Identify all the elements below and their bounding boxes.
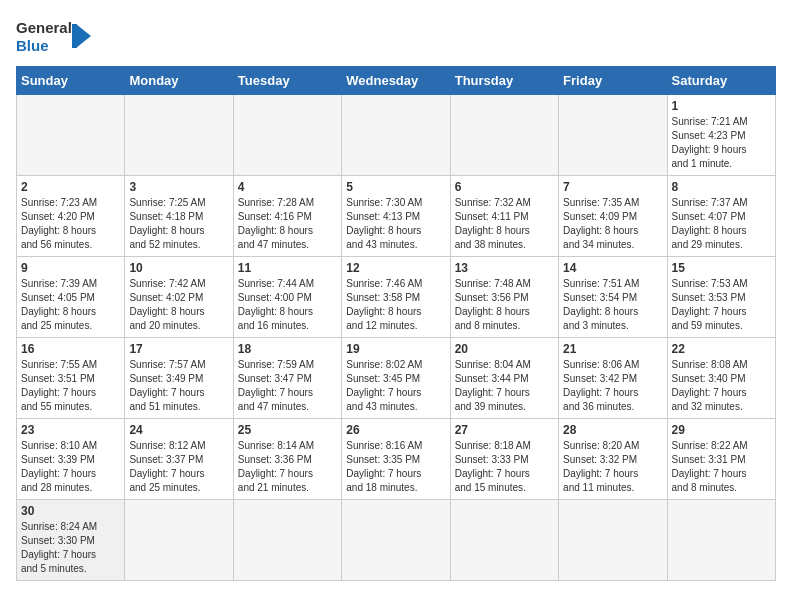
- day-info: Sunrise: 7:53 AM Sunset: 3:53 PM Dayligh…: [672, 277, 771, 333]
- day-number: 3: [129, 180, 228, 194]
- day-info: Sunrise: 7:23 AM Sunset: 4:20 PM Dayligh…: [21, 196, 120, 252]
- day-info: Sunrise: 8:18 AM Sunset: 3:33 PM Dayligh…: [455, 439, 554, 495]
- day-number: 29: [672, 423, 771, 437]
- day-info: Sunrise: 8:02 AM Sunset: 3:45 PM Dayligh…: [346, 358, 445, 414]
- calendar-cell: 1Sunrise: 7:21 AM Sunset: 4:23 PM Daylig…: [667, 95, 775, 176]
- calendar-cell: 6Sunrise: 7:32 AM Sunset: 4:11 PM Daylig…: [450, 176, 558, 257]
- day-info: Sunrise: 8:24 AM Sunset: 3:30 PM Dayligh…: [21, 520, 120, 576]
- calendar-cell: 16Sunrise: 7:55 AM Sunset: 3:51 PM Dayli…: [17, 338, 125, 419]
- weekday-header-tuesday: Tuesday: [233, 67, 341, 95]
- day-info: Sunrise: 7:32 AM Sunset: 4:11 PM Dayligh…: [455, 196, 554, 252]
- svg-marker-3: [76, 24, 91, 48]
- day-number: 28: [563, 423, 662, 437]
- calendar-header-row: SundayMondayTuesdayWednesdayThursdayFrid…: [17, 67, 776, 95]
- calendar-cell: 18Sunrise: 7:59 AM Sunset: 3:47 PM Dayli…: [233, 338, 341, 419]
- calendar-cell: [233, 95, 341, 176]
- calendar-cell: [233, 500, 341, 581]
- day-info: Sunrise: 7:28 AM Sunset: 4:16 PM Dayligh…: [238, 196, 337, 252]
- day-number: 12: [346, 261, 445, 275]
- day-info: Sunrise: 8:06 AM Sunset: 3:42 PM Dayligh…: [563, 358, 662, 414]
- day-info: Sunrise: 7:42 AM Sunset: 4:02 PM Dayligh…: [129, 277, 228, 333]
- day-info: Sunrise: 8:10 AM Sunset: 3:39 PM Dayligh…: [21, 439, 120, 495]
- day-info: Sunrise: 7:37 AM Sunset: 4:07 PM Dayligh…: [672, 196, 771, 252]
- day-info: Sunrise: 8:08 AM Sunset: 3:40 PM Dayligh…: [672, 358, 771, 414]
- day-number: 27: [455, 423, 554, 437]
- calendar-cell: 11Sunrise: 7:44 AM Sunset: 4:00 PM Dayli…: [233, 257, 341, 338]
- day-info: Sunrise: 7:51 AM Sunset: 3:54 PM Dayligh…: [563, 277, 662, 333]
- calendar-cell: [125, 95, 233, 176]
- calendar-cell: 14Sunrise: 7:51 AM Sunset: 3:54 PM Dayli…: [559, 257, 667, 338]
- day-info: Sunrise: 7:55 AM Sunset: 3:51 PM Dayligh…: [21, 358, 120, 414]
- calendar-row: 2Sunrise: 7:23 AM Sunset: 4:20 PM Daylig…: [17, 176, 776, 257]
- calendar-row: 30Sunrise: 8:24 AM Sunset: 3:30 PM Dayli…: [17, 500, 776, 581]
- day-number: 10: [129, 261, 228, 275]
- day-number: 2: [21, 180, 120, 194]
- svg-text:Blue: Blue: [16, 37, 49, 54]
- calendar-cell: 12Sunrise: 7:46 AM Sunset: 3:58 PM Dayli…: [342, 257, 450, 338]
- calendar-cell: 28Sunrise: 8:20 AM Sunset: 3:32 PM Dayli…: [559, 419, 667, 500]
- day-number: 25: [238, 423, 337, 437]
- day-number: 1: [672, 99, 771, 113]
- calendar-cell: 25Sunrise: 8:14 AM Sunset: 3:36 PM Dayli…: [233, 419, 341, 500]
- calendar-row: 9Sunrise: 7:39 AM Sunset: 4:05 PM Daylig…: [17, 257, 776, 338]
- day-number: 9: [21, 261, 120, 275]
- calendar-row: 1Sunrise: 7:21 AM Sunset: 4:23 PM Daylig…: [17, 95, 776, 176]
- day-number: 18: [238, 342, 337, 356]
- day-number: 8: [672, 180, 771, 194]
- weekday-header-wednesday: Wednesday: [342, 67, 450, 95]
- day-info: Sunrise: 7:21 AM Sunset: 4:23 PM Dayligh…: [672, 115, 771, 171]
- day-info: Sunrise: 7:48 AM Sunset: 3:56 PM Dayligh…: [455, 277, 554, 333]
- day-info: Sunrise: 8:22 AM Sunset: 3:31 PM Dayligh…: [672, 439, 771, 495]
- calendar-cell: 10Sunrise: 7:42 AM Sunset: 4:02 PM Dayli…: [125, 257, 233, 338]
- calendar-cell: 8Sunrise: 7:37 AM Sunset: 4:07 PM Daylig…: [667, 176, 775, 257]
- day-info: Sunrise: 7:39 AM Sunset: 4:05 PM Dayligh…: [21, 277, 120, 333]
- calendar-cell: [450, 500, 558, 581]
- calendar-row: 23Sunrise: 8:10 AM Sunset: 3:39 PM Dayli…: [17, 419, 776, 500]
- calendar-cell: 17Sunrise: 7:57 AM Sunset: 3:49 PM Dayli…: [125, 338, 233, 419]
- day-number: 15: [672, 261, 771, 275]
- day-info: Sunrise: 7:25 AM Sunset: 4:18 PM Dayligh…: [129, 196, 228, 252]
- logo: GeneralBlue: [16, 16, 96, 56]
- day-info: Sunrise: 8:12 AM Sunset: 3:37 PM Dayligh…: [129, 439, 228, 495]
- day-info: Sunrise: 8:20 AM Sunset: 3:32 PM Dayligh…: [563, 439, 662, 495]
- day-number: 17: [129, 342, 228, 356]
- day-number: 30: [21, 504, 120, 518]
- calendar-cell: 13Sunrise: 7:48 AM Sunset: 3:56 PM Dayli…: [450, 257, 558, 338]
- day-info: Sunrise: 8:16 AM Sunset: 3:35 PM Dayligh…: [346, 439, 445, 495]
- calendar-cell: 29Sunrise: 8:22 AM Sunset: 3:31 PM Dayli…: [667, 419, 775, 500]
- calendar-cell: [450, 95, 558, 176]
- day-number: 26: [346, 423, 445, 437]
- weekday-header-monday: Monday: [125, 67, 233, 95]
- day-number: 24: [129, 423, 228, 437]
- weekday-header-thursday: Thursday: [450, 67, 558, 95]
- logo-svg: GeneralBlue: [16, 16, 96, 56]
- day-number: 14: [563, 261, 662, 275]
- calendar-cell: 2Sunrise: 7:23 AM Sunset: 4:20 PM Daylig…: [17, 176, 125, 257]
- day-info: Sunrise: 7:35 AM Sunset: 4:09 PM Dayligh…: [563, 196, 662, 252]
- day-info: Sunrise: 7:46 AM Sunset: 3:58 PM Dayligh…: [346, 277, 445, 333]
- calendar-cell: 24Sunrise: 8:12 AM Sunset: 3:37 PM Dayli…: [125, 419, 233, 500]
- calendar-cell: 27Sunrise: 8:18 AM Sunset: 3:33 PM Dayli…: [450, 419, 558, 500]
- day-number: 20: [455, 342, 554, 356]
- day-info: Sunrise: 8:14 AM Sunset: 3:36 PM Dayligh…: [238, 439, 337, 495]
- calendar-cell: 3Sunrise: 7:25 AM Sunset: 4:18 PM Daylig…: [125, 176, 233, 257]
- weekday-header-friday: Friday: [559, 67, 667, 95]
- day-info: Sunrise: 8:04 AM Sunset: 3:44 PM Dayligh…: [455, 358, 554, 414]
- calendar-cell: 20Sunrise: 8:04 AM Sunset: 3:44 PM Dayli…: [450, 338, 558, 419]
- calendar-cell: [17, 95, 125, 176]
- calendar-cell: 22Sunrise: 8:08 AM Sunset: 3:40 PM Dayli…: [667, 338, 775, 419]
- calendar-cell: 9Sunrise: 7:39 AM Sunset: 4:05 PM Daylig…: [17, 257, 125, 338]
- calendar-cell: 26Sunrise: 8:16 AM Sunset: 3:35 PM Dayli…: [342, 419, 450, 500]
- calendar-cell: 23Sunrise: 8:10 AM Sunset: 3:39 PM Dayli…: [17, 419, 125, 500]
- calendar-cell: 7Sunrise: 7:35 AM Sunset: 4:09 PM Daylig…: [559, 176, 667, 257]
- weekday-header-sunday: Sunday: [17, 67, 125, 95]
- day-info: Sunrise: 7:44 AM Sunset: 4:00 PM Dayligh…: [238, 277, 337, 333]
- day-number: 4: [238, 180, 337, 194]
- day-number: 23: [21, 423, 120, 437]
- calendar-cell: 21Sunrise: 8:06 AM Sunset: 3:42 PM Dayli…: [559, 338, 667, 419]
- day-info: Sunrise: 7:57 AM Sunset: 3:49 PM Dayligh…: [129, 358, 228, 414]
- calendar-row: 16Sunrise: 7:55 AM Sunset: 3:51 PM Dayli…: [17, 338, 776, 419]
- day-info: Sunrise: 7:59 AM Sunset: 3:47 PM Dayligh…: [238, 358, 337, 414]
- calendar-cell: [559, 95, 667, 176]
- calendar-cell: 5Sunrise: 7:30 AM Sunset: 4:13 PM Daylig…: [342, 176, 450, 257]
